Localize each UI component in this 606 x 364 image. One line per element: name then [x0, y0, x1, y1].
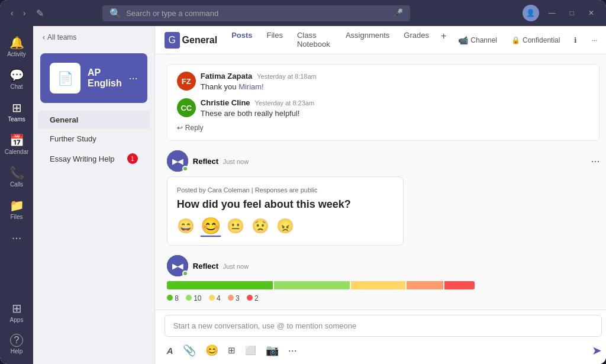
- svg-text:📄: 📄: [57, 70, 74, 86]
- close-button[interactable]: ✕: [584, 7, 599, 20]
- channel-item-essay-writing[interactable]: Essay Writing Help 1: [38, 149, 150, 169]
- bar-4: [407, 281, 443, 289]
- sidebar-item-more[interactable]: ···: [0, 226, 33, 249]
- results-bar: [167, 281, 475, 289]
- more-options-button[interactable]: ···: [586, 34, 602, 47]
- mic-icon[interactable]: 🎤: [393, 8, 403, 18]
- chat-area: FZ Fatima Zapata Yesterday at 8:18am Tha…: [155, 54, 606, 310]
- tab-posts[interactable]: Posts: [224, 26, 259, 58]
- channel-item-further-study[interactable]: Further Study: [38, 130, 150, 148]
- apps-tool[interactable]: ⊞: [225, 343, 238, 358]
- format-text-tool[interactable]: A: [165, 343, 176, 358]
- sidebar-item-calls[interactable]: 📞 Calls: [0, 161, 33, 192]
- channel-name-essay: Essay Writing Help: [50, 154, 115, 163]
- calls-icon: 📞: [9, 166, 24, 180]
- sidebar-item-apps[interactable]: ⊞ Apps: [0, 297, 33, 328]
- titlebar-nav: ‹ ›: [7, 6, 29, 20]
- main-content: G General Posts Files Class Notebook Ass…: [155, 26, 606, 364]
- more-icon: ···: [12, 231, 22, 244]
- channel-badge-essay: 1: [127, 153, 138, 164]
- sidebar-item-files[interactable]: 📁 Files: [0, 194, 33, 225]
- legend-3: 4: [209, 294, 221, 302]
- reflect-time: Just now: [221, 158, 249, 165]
- search-bar: 🔍 🎤: [102, 5, 410, 21]
- channel-label-text: Channel: [470, 36, 497, 44]
- message-content-fatima: Fatima Zapata Yesterday at 8:18am Thank …: [201, 72, 590, 92]
- bar-3: [351, 281, 405, 289]
- edit-icon[interactable]: ✎: [36, 8, 44, 19]
- back-to-teams-link[interactable]: ‹ All teams: [43, 33, 76, 41]
- sidebar-label-help: Help: [11, 348, 23, 355]
- emoji-3[interactable]: 😐: [227, 218, 244, 236]
- channel-item-general[interactable]: General: [38, 111, 150, 129]
- sidebar-label-teams: Teams: [8, 116, 25, 123]
- emoji-5[interactable]: 😠: [276, 218, 294, 236]
- reflect-post-header: ▶◀ Reflect Just now ···: [167, 150, 600, 172]
- legend-4: 3: [228, 294, 240, 302]
- author-christie: Christie Cline: [201, 98, 250, 107]
- team-name: AP English: [88, 67, 122, 89]
- channel-label-btn[interactable]: 📹 Channel: [453, 33, 502, 47]
- tab-files[interactable]: Files: [260, 26, 290, 58]
- attach-tool[interactable]: 📎: [180, 342, 198, 359]
- tab-class-notebook[interactable]: Class Notebook: [290, 26, 339, 58]
- reflect-card: Posted by Cara Coleman | Responses are p…: [167, 176, 404, 246]
- emoji-tool[interactable]: 😊: [203, 342, 221, 359]
- calendar-icon: 📅: [9, 133, 24, 147]
- titlebar: ‹ › ✎ 🔍 🎤 👤 — □ ✕: [0, 0, 606, 26]
- reflect-results-header: ▶◀ Reflect Just now: [167, 255, 600, 276]
- compose-toolbar: A 📎 😊 ⊞ ⬜ 📷 ··· ➤: [165, 342, 602, 359]
- sidebar-label-calendar: Calendar: [5, 149, 29, 155]
- minimize-button[interactable]: —: [544, 7, 560, 20]
- search-input[interactable]: [126, 9, 388, 18]
- reflect-post-container: ▶◀ Reflect Just now ··· Posted by Cara C…: [167, 150, 600, 246]
- chat-icon: 💬: [9, 68, 24, 82]
- team-more-button[interactable]: ···: [129, 72, 138, 85]
- tab-grades[interactable]: Grades: [397, 26, 436, 58]
- titlebar-right: 👤 — □ ✕: [523, 5, 599, 21]
- teams-panel-header: ‹ All teams: [33, 26, 154, 49]
- info-button[interactable]: ℹ: [569, 34, 582, 47]
- reply-label-thread: Reply: [185, 124, 204, 132]
- tab-assignments[interactable]: Assignments: [339, 26, 397, 58]
- channel-name-header: General: [182, 35, 218, 46]
- emoji-1[interactable]: 😄: [177, 218, 195, 236]
- reflect-post-more-button[interactable]: ···: [591, 155, 599, 167]
- more-tools-button[interactable]: ···: [286, 342, 299, 359]
- add-tab-button[interactable]: +: [436, 26, 451, 58]
- message-header-fatima: Fatima Zapata Yesterday at 8:18am: [201, 72, 590, 80]
- reflect-results-avatar: ▶◀: [167, 255, 188, 276]
- sidebar-item-help[interactable]: ? Help: [0, 329, 33, 359]
- message-thread: FZ Fatima Zapata Yesterday at 8:18am Tha…: [167, 64, 600, 141]
- emoji-row: 😄 😊 😐 😟 😠: [177, 218, 394, 236]
- svg-text:▶◀: ▶◀: [172, 262, 183, 270]
- user-avatar[interactable]: 👤: [523, 5, 539, 21]
- nav-forward-button[interactable]: ›: [20, 6, 30, 20]
- sidebar-item-activity[interactable]: 🔔 Activity: [0, 31, 33, 62]
- sidebar-item-chat[interactable]: 💬 Chat: [0, 63, 33, 95]
- sidebar-label-activity: Activity: [7, 51, 26, 57]
- reflect-question: How did you feel about this week?: [177, 198, 394, 211]
- time-christie: Yesterday at 8:23am: [255, 99, 315, 107]
- sidebar-item-calendar[interactable]: 📅 Calendar: [0, 128, 33, 160]
- reflect-avatar: ▶◀: [167, 150, 188, 172]
- app-layout: 🔔 Activity 💬 Chat ⊞ Teams 📅 Calendar 📞 C…: [0, 26, 606, 364]
- compose-box[interactable]: Start a new conversation, use @ to menti…: [165, 315, 602, 337]
- app-window: ‹ › ✎ 🔍 🎤 👤 — □ ✕ 🔔 Activity 💬 Chat: [0, 0, 606, 364]
- send-button[interactable]: ➤: [592, 343, 602, 357]
- sidebar-item-teams[interactable]: ⊞ Teams: [0, 96, 33, 127]
- miriam-link[interactable]: Miriam!: [238, 82, 264, 91]
- maximize-button[interactable]: □: [565, 7, 579, 20]
- reflect-post-meta: Reflect Just now: [193, 156, 249, 166]
- channel-list: General Further Study Essay Writing Help…: [33, 108, 154, 172]
- camera-tool[interactable]: 📷: [263, 342, 281, 359]
- emoji-4[interactable]: 😟: [252, 218, 269, 236]
- confidential-label[interactable]: 🔒 Confidential: [507, 34, 565, 47]
- message-fatima: FZ Fatima Zapata Yesterday at 8:18am Tha…: [177, 72, 590, 92]
- nav-back-button[interactable]: ‹: [7, 6, 17, 20]
- search-icon: 🔍: [109, 8, 121, 19]
- emoji-2[interactable]: 😊: [201, 217, 221, 237]
- meeting-tool[interactable]: ⬜: [243, 343, 259, 358]
- reply-button-thread[interactable]: ↩ Reply: [177, 123, 590, 133]
- video-icon: 📹: [458, 36, 468, 45]
